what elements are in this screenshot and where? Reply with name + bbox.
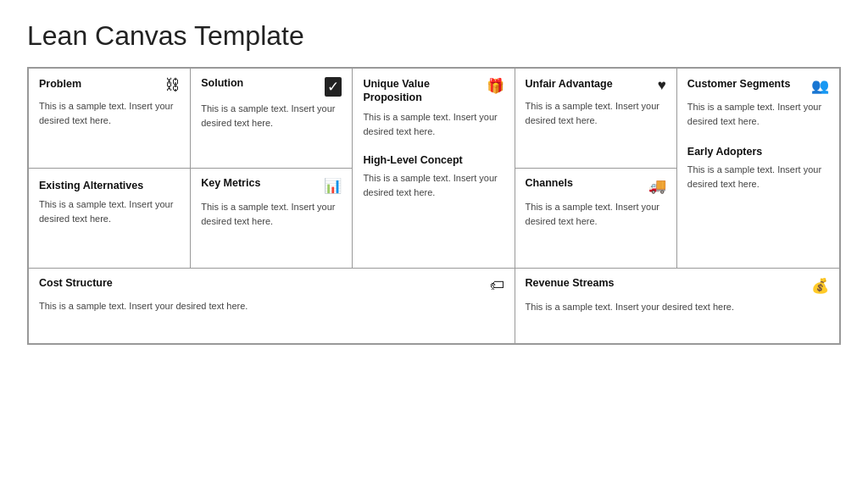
heart-icon: ♥ xyxy=(658,77,666,94)
channels-title: Channels xyxy=(526,177,573,189)
revenue-streams-title: Revenue Streams xyxy=(526,277,615,289)
gift-icon: 🎁 xyxy=(487,77,504,95)
uvp-cell: Unique Value Proposition 🎁 This is a sam… xyxy=(353,69,515,269)
page-title: Lean Canvas Template xyxy=(27,20,841,52)
customer-segments-text: This is a sample text. Insert your desir… xyxy=(687,100,829,129)
truck-icon: 🚚 xyxy=(648,177,666,195)
key-metrics-title: Key Metrics xyxy=(201,177,260,189)
money-bag-icon: 💰 xyxy=(811,277,829,295)
unfair-advantage-cell: Unfair Advantage ♥ This is a sample text… xyxy=(515,69,677,169)
problem-cell: Problem ⛓ This is a sample text. Insert … xyxy=(29,69,191,169)
unfair-advantage-text: This is a sample text. Insert your desir… xyxy=(526,99,666,128)
customer-segments-cell: Customer Segments 👥 This is a sample tex… xyxy=(677,69,839,269)
key-metrics-text: This is a sample text. Insert your desir… xyxy=(201,200,342,229)
uvp-title: Unique Value Proposition xyxy=(363,77,486,105)
key-metrics-cell: Key Metrics 📊 This is a sample text. Ins… xyxy=(191,169,353,269)
early-adopters-text: This is a sample text. Insert your desir… xyxy=(687,163,829,191)
people-icon: 👥 xyxy=(811,77,829,95)
high-level-concept-text: This is a sample text. Insert your desir… xyxy=(363,171,504,200)
channels-text: This is a sample text. Insert your desir… xyxy=(526,200,666,229)
uvp-text: This is a sample text. Insert your desir… xyxy=(363,110,504,139)
solution-title: Solution xyxy=(201,77,243,89)
existing-alternatives-text: This is a sample text. Insert your desir… xyxy=(39,197,180,226)
existing-alternatives-cell: Existing Alternatives This is a sample t… xyxy=(29,169,191,269)
unfair-advantage-title: Unfair Advantage xyxy=(526,77,613,91)
solution-text: This is a sample text. Insert your desir… xyxy=(201,102,342,130)
checkmark-icon: ✓ xyxy=(325,77,342,97)
cost-structure-cell: Cost Structure 🏷 This is a sample text. … xyxy=(29,269,515,343)
problem-text: This is a sample text. Insert your desir… xyxy=(39,99,180,128)
high-level-concept-title: High-Level Concept xyxy=(363,154,504,166)
tag-icon: 🏷 xyxy=(490,277,504,294)
cost-structure-text: This is a sample text. Insert your desir… xyxy=(39,299,504,313)
lean-canvas: Problem ⛓ This is a sample text. Insert … xyxy=(27,67,841,345)
early-adopters-title: Early Adopters xyxy=(687,146,829,158)
solution-cell: Solution ✓ This is a sample text. Insert… xyxy=(191,69,353,169)
revenue-streams-text: This is a sample text. Insert your desir… xyxy=(526,300,829,314)
cost-structure-title: Cost Structure xyxy=(39,277,113,289)
link-icon: ⛓ xyxy=(165,77,180,94)
channels-cell: Channels 🚚 This is a sample text. Insert… xyxy=(515,169,677,269)
chart-icon: 📊 xyxy=(324,177,342,195)
customer-segments-title: Customer Segments xyxy=(687,77,791,91)
existing-alternatives-title: Existing Alternatives xyxy=(39,180,143,191)
revenue-streams-cell: Revenue Streams 💰 This is a sample text.… xyxy=(515,269,839,343)
problem-title: Problem xyxy=(39,77,81,91)
